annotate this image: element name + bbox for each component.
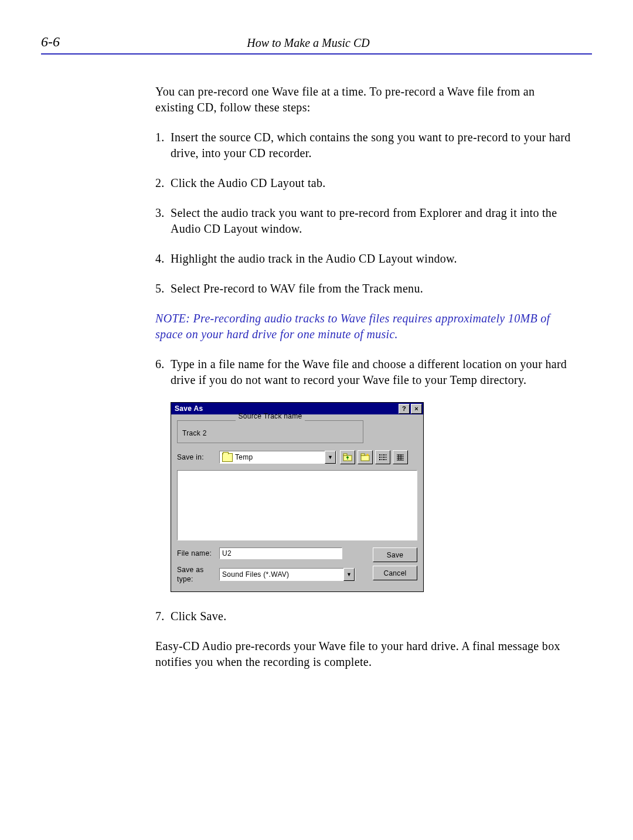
- dialog-title: Save As: [175, 404, 203, 413]
- page-number: 6-6: [41, 34, 60, 50]
- list-view-icon: [378, 453, 387, 461]
- chevron-down-icon[interactable]: ▼: [343, 568, 355, 581]
- intro-paragraph: You can pre-record one Wave file at a ti…: [155, 84, 574, 115]
- source-track-name: Track 2: [182, 428, 358, 438]
- step-number: 2.: [155, 175, 171, 191]
- details-view-button[interactable]: [393, 450, 408, 464]
- folder-icon: [222, 453, 233, 462]
- source-track-groupbox: Source Track name Track 2: [177, 420, 363, 443]
- steps-list: 1. Insert the source CD, which contains …: [155, 130, 574, 297]
- step-text: Insert the source CD, which contains the…: [171, 130, 574, 161]
- svg-rect-12: [383, 457, 384, 458]
- details-view-icon: [396, 453, 405, 461]
- chevron-down-icon[interactable]: ▼: [325, 451, 336, 464]
- step-2: 2. Click the Audio CD Layout tab.: [155, 175, 574, 191]
- cancel-button[interactable]: Cancel: [373, 566, 417, 580]
- save-in-value: Temp: [235, 453, 325, 462]
- dialog-bottom: File name: U2 Save as type: Sound Files …: [177, 547, 417, 584]
- steps-list-end: 7. Click Save.: [155, 608, 574, 624]
- step-6: 6. Type in a file name for the Wave file…: [155, 356, 574, 388]
- file-list-area[interactable]: [177, 470, 417, 540]
- step-number: 3.: [155, 205, 171, 237]
- page: 6-6 How to Make a Music CD You can pre-r…: [0, 0, 633, 840]
- step-7: 7. Click Save.: [155, 608, 574, 624]
- step-1: 1. Insert the source CD, which contains …: [155, 130, 574, 161]
- step-number: 1.: [155, 130, 171, 161]
- file-name-row: File name: U2: [177, 547, 373, 559]
- svg-rect-1: [343, 454, 347, 455]
- close-button[interactable]: ×: [411, 404, 422, 414]
- note-paragraph: NOTE: Pre-recording audio tracks to Wave…: [155, 311, 574, 342]
- step-text: Type in a file name for the Wave file an…: [171, 356, 574, 388]
- closing-paragraph: Easy-CD Audio pre-records your Wave file…: [155, 638, 574, 670]
- svg-rect-13: [383, 459, 384, 460]
- svg-rect-11: [383, 454, 384, 455]
- save-type-row: Save as type: Sound Files (*.WAV) ▼: [177, 565, 373, 584]
- page-header: 6-6 How to Make a Music CD: [41, 34, 592, 50]
- step-text: Select Pre-record to WAV file from the T…: [171, 281, 574, 297]
- file-name-input[interactable]: U2: [219, 547, 342, 559]
- save-type-value: Sound Files (*.WAV): [220, 570, 343, 579]
- svg-rect-9: [379, 457, 380, 458]
- step-4: 4. Highlight the audio track in the Audi…: [155, 251, 574, 267]
- step-5: 5. Select Pre-record to WAV file from th…: [155, 281, 574, 297]
- file-name-label: File name:: [177, 549, 219, 558]
- content: You can pre-record one Wave file at a ti…: [155, 84, 574, 670]
- step-number: 4.: [155, 251, 171, 267]
- save-in-row: Save in: Temp ▼: [177, 450, 417, 464]
- save-button[interactable]: Save: [373, 547, 417, 562]
- groupbox-legend: Source Track name: [236, 412, 304, 421]
- step-text: Click Save.: [171, 608, 574, 624]
- list-view-button[interactable]: [375, 450, 390, 464]
- svg-rect-2: [361, 455, 369, 461]
- up-folder-icon: [343, 453, 352, 461]
- step-3: 3. Select the audio track you want to pr…: [155, 205, 574, 237]
- header-rule: [41, 53, 592, 55]
- step-text: Highlight the audio track in the Audio C…: [171, 251, 574, 267]
- step-text: Select the audio track you want to pre-r…: [171, 205, 574, 237]
- new-folder-icon: [360, 453, 370, 461]
- svg-rect-3: [361, 454, 365, 455]
- step-number: 5.: [155, 281, 171, 297]
- new-folder-button[interactable]: [358, 450, 373, 464]
- save-as-dialog: Save As ? × Source Track name Track 2 Sa…: [171, 402, 424, 592]
- dialog-body: Source Track name Track 2 Save in: Temp …: [171, 414, 423, 591]
- up-one-level-button[interactable]: [340, 450, 355, 464]
- svg-rect-8: [379, 454, 380, 455]
- help-button[interactable]: ?: [399, 404, 410, 414]
- save-type-dropdown[interactable]: Sound Files (*.WAV) ▼: [219, 568, 355, 581]
- save-type-label: Save as type:: [177, 565, 219, 584]
- dialog-toolbar: [340, 450, 408, 464]
- svg-rect-10: [379, 459, 380, 460]
- step-number: 7.: [155, 608, 171, 624]
- steps-list-cont: 6. Type in a file name for the Wave file…: [155, 356, 574, 388]
- step-text: Click the Audio CD Layout tab.: [171, 175, 574, 191]
- step-number: 6.: [155, 356, 171, 388]
- save-in-label: Save in:: [177, 453, 219, 462]
- chapter-title: How to Make a Music CD: [60, 36, 557, 50]
- save-in-dropdown[interactable]: Temp ▼: [219, 451, 336, 464]
